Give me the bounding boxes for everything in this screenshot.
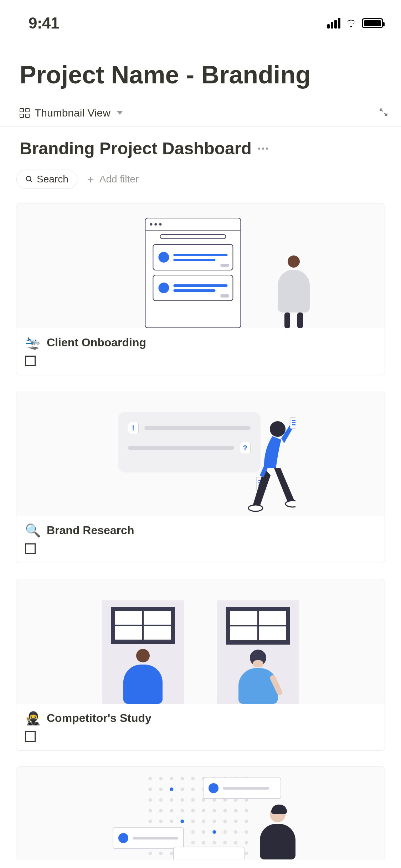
card-checkbox[interactable] xyxy=(25,356,36,366)
view-selector-label: Thumbnail View xyxy=(35,107,110,119)
filter-row: Search ＋ Add filter xyxy=(0,165,401,203)
card-title: Brand Research xyxy=(47,524,134,537)
page-title: Project Name - Branding xyxy=(0,46,401,103)
svg-point-12 xyxy=(286,501,295,507)
card-emoji-icon: 🥷 xyxy=(25,712,41,725)
card-cover xyxy=(16,767,385,859)
wifi-icon xyxy=(345,17,358,29)
card-emoji-icon: 🔍 xyxy=(25,524,41,537)
svg-point-0 xyxy=(26,176,31,181)
status-icons xyxy=(327,17,383,29)
cellular-signal-icon xyxy=(327,18,340,29)
card-cover: ! ? xyxy=(16,391,385,516)
svg-line-1 xyxy=(30,180,32,182)
view-bar: Thumbnail View xyxy=(0,103,401,126)
more-options-icon[interactable] xyxy=(258,148,268,150)
card-cover xyxy=(16,579,385,704)
battery-icon xyxy=(362,18,383,28)
expand-icon[interactable] xyxy=(379,107,389,119)
card-title: Competitor's Study xyxy=(47,712,151,725)
card-competitors-study[interactable]: 🥷 Competitor's Study xyxy=(16,579,385,751)
card-partial[interactable] xyxy=(16,766,385,859)
card-emoji-icon: 🛬 xyxy=(25,336,41,349)
card-cover xyxy=(16,203,385,328)
card-checkbox[interactable] xyxy=(25,543,36,554)
dashboard-title: Branding Project Dashboard xyxy=(20,139,252,158)
status-time: 9:41 xyxy=(29,14,59,32)
thumbnail-grid-icon xyxy=(20,108,30,118)
plus-icon: ＋ xyxy=(85,174,96,185)
chevron-down-icon xyxy=(117,111,123,115)
search-label: Search xyxy=(37,174,68,185)
status-bar: 9:41 xyxy=(0,0,401,46)
card-brand-research[interactable]: ! ? xyxy=(16,391,385,563)
add-filter-button[interactable]: ＋ Add filter xyxy=(85,174,139,185)
card-checkbox[interactable] xyxy=(25,731,36,742)
card-list: 🛬 Client Onboarding ! ? xyxy=(0,203,401,859)
dashboard-header: Branding Project Dashboard xyxy=(0,126,401,165)
svg-point-2 xyxy=(270,421,286,437)
search-button[interactable]: Search xyxy=(16,170,77,189)
view-selector[interactable]: Thumbnail View xyxy=(20,107,123,119)
card-title: Client Onboarding xyxy=(47,336,146,349)
svg-point-11 xyxy=(248,505,263,511)
card-client-onboarding[interactable]: 🛬 Client Onboarding xyxy=(16,203,385,375)
add-filter-label: Add filter xyxy=(99,174,139,185)
